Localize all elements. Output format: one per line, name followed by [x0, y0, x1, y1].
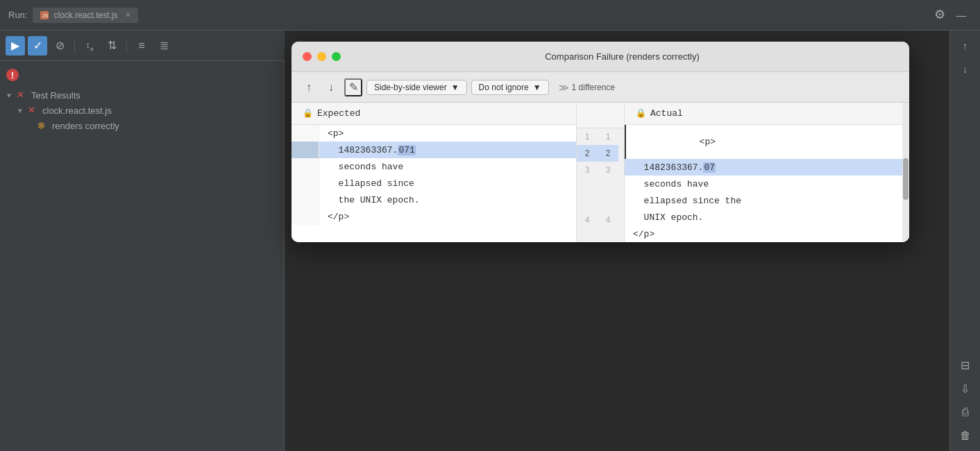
sort-alpha-button[interactable]: ↕a	[80, 36, 99, 56]
ignore-dropdown-arrow: ▼	[533, 83, 541, 92]
play-button[interactable]: ▶	[6, 36, 25, 56]
middle-left-2: 2	[577, 145, 598, 162]
modal-diff-content: 🔒 Expected <p> 1482363367.071 seconds	[292, 103, 909, 242]
separator-2	[126, 39, 127, 53]
viewer-label: Side-by-side viewer	[374, 83, 447, 92]
middle-left-3: 3	[577, 162, 598, 178]
scroll-up-button[interactable]: ↑	[956, 36, 975, 56]
middle-right-6: 4	[598, 212, 618, 228]
align-right-icon: ≣	[160, 39, 169, 52]
sort-results-button[interactable]: ⇩	[956, 379, 975, 398]
middle-left-5	[577, 195, 598, 212]
middle-right-4	[598, 178, 618, 195]
middle-row-1: 1 1	[577, 128, 624, 145]
expected-line-num-6	[292, 208, 319, 225]
viewer-dropdown-arrow: ▼	[451, 83, 459, 92]
fail-icon: ✕	[17, 90, 28, 101]
middle-row-6: 4 4	[577, 212, 624, 228]
separator-1	[74, 39, 75, 53]
test-case-label: renders correctly	[52, 121, 119, 131]
test-warn-icon: ⊗	[37, 120, 49, 131]
actual-highlight-text: 07	[703, 162, 716, 173]
lock-icon-expected: 🔒	[303, 108, 313, 119]
minimize-icon[interactable]: —	[956, 10, 966, 21]
align-results-button[interactable]: ⊟	[956, 355, 975, 375]
actual-label: Actual	[650, 108, 683, 119]
actual-line-4: ellapsed since the	[625, 192, 909, 209]
actual-line-content-5: UNIX epoch.	[625, 209, 909, 226]
expected-diff-lines: <p> 1482363367.071 seconds have ellapsed…	[292, 125, 576, 225]
active-tab[interactable]: JS clock.react.test.js ✕	[33, 8, 137, 23]
middle-row-5	[577, 195, 624, 212]
ignore-dropdown[interactable]: Do not ignore ▼	[471, 80, 549, 95]
tree-file-row[interactable]: ▼ ✕ clock.react.test.js	[0, 103, 284, 118]
viewer-dropdown[interactable]: Side-by-side viewer ▼	[366, 80, 467, 95]
tab-filename: clock.react.test.js	[53, 10, 117, 20]
middle-right-5	[598, 195, 618, 212]
expected-line-content-6: </p>	[319, 208, 576, 225]
align-left-button[interactable]: ≡	[132, 36, 151, 56]
expected-line-5: the UNIX epoch.	[292, 192, 576, 208]
actual-line-5: UNIX epoch.	[625, 209, 909, 226]
middle-right-2: 2	[598, 145, 618, 162]
modal-scrollbar-thumb[interactable]	[903, 158, 909, 200]
minimize-window-button[interactable]	[317, 52, 326, 61]
navigate-down-button[interactable]: ↓	[322, 78, 340, 96]
run-toolbar: ▶ ✓ ⊘ ↕a ⇅ ≡ ≣	[0, 31, 285, 61]
close-window-button[interactable]	[303, 52, 312, 61]
tab-close-button[interactable]: ✕	[125, 10, 131, 19]
actual-line-1: <p>	[625, 125, 909, 159]
settings-icon[interactable]: ⚙	[934, 7, 945, 22]
play-icon: ▶	[11, 39, 19, 52]
middle-left-6: 4	[577, 212, 598, 228]
navigate-up-button[interactable]: ↑	[300, 78, 318, 96]
svg-text:!: !	[11, 70, 14, 80]
comparison-failure-modal: Comparison Failure (renders correctly) ↑…	[292, 42, 909, 242]
sort-button[interactable]: ⇅	[102, 36, 121, 56]
middle-row-4	[577, 178, 624, 195]
middle-right-3: 3	[598, 162, 618, 178]
modal-scrollbar[interactable]	[902, 103, 909, 242]
middle-left-1: 1	[577, 128, 598, 145]
chevron-down-icon: ▼	[6, 92, 15, 99]
test-file-label: clock.react.test.js	[42, 105, 112, 116]
run-label: Run:	[8, 10, 27, 20]
diff-arrows-icon: ≫	[559, 82, 569, 93]
tree-root-row[interactable]: ▼ ✕ Test Results	[0, 87, 284, 103]
edit-button[interactable]: ✎	[344, 78, 362, 96]
align-right-button[interactable]: ≣	[154, 36, 174, 56]
actual-line-2: 1482363367.07	[625, 159, 909, 176]
middle-row-2: 2 2	[577, 145, 624, 162]
actual-diff-lines: <p> 1482363367.07 seconds have ellapsed …	[625, 125, 909, 242]
check-icon: ✓	[33, 39, 42, 52]
cancel-button[interactable]: ⊘	[50, 36, 69, 56]
maximize-window-button[interactable]	[332, 52, 341, 61]
diff-count-text: 1 difference	[572, 83, 616, 92]
modal-toolbar: ↑ ↓ ✎ Side-by-side viewer ▼ Do not ignor…	[292, 72, 909, 103]
test-file-icon: JS	[40, 10, 49, 20]
middle-right-1: 1	[598, 128, 618, 145]
expected-line-1: <p>	[292, 125, 576, 142]
expected-label: Expected	[317, 108, 360, 119]
print-button[interactable]: ⎙	[956, 402, 975, 422]
expected-line-content-3: seconds have	[319, 158, 576, 175]
expected-line-num-3	[292, 158, 319, 175]
middle-left-4	[577, 178, 598, 195]
check-button[interactable]: ✓	[28, 36, 47, 56]
ignore-label: Do not ignore	[479, 83, 529, 92]
expected-line-num-2	[292, 142, 319, 158]
actual-header: 🔒 Actual	[625, 103, 909, 125]
actual-panel: 🔒 Actual <p> 1482363367.07 seconds	[625, 103, 909, 242]
test-results-label: Test Results	[31, 90, 81, 101]
cancel-icon: ⊘	[56, 39, 65, 52]
delete-button[interactable]: 🗑	[956, 426, 975, 445]
tree-test-row[interactable]: ⊗ renders correctly	[0, 118, 284, 133]
actual-line-content-6: </p>	[625, 226, 909, 242]
actual-line-content-3: seconds have	[625, 176, 909, 192]
expected-line-4: ellapsed since	[292, 175, 576, 192]
actual-line-6: </p>	[625, 226, 909, 242]
scroll-down-button[interactable]: ↓	[956, 60, 975, 79]
top-bar: Run: JS clock.react.test.js ✕ ⚙ —	[0, 0, 980, 31]
actual-line-content-2: 1482363367.07	[625, 159, 909, 176]
sort-icon: ⇅	[108, 39, 117, 52]
